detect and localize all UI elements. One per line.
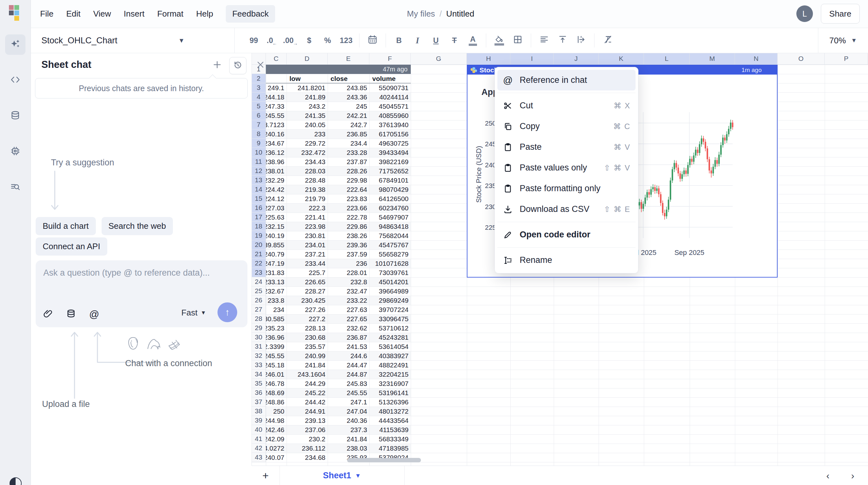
cell-r24c1[interactable]: 226.65 <box>286 277 328 286</box>
cell-r40c3[interactable]: 41153639 <box>369 425 411 434</box>
row-number-13[interactable]: 13 <box>252 176 266 185</box>
menu-format[interactable]: Format <box>157 9 183 19</box>
row-number-9[interactable]: 9 <box>252 139 266 148</box>
cell-r6c3[interactable]: 40855960 <box>369 111 411 120</box>
cell-r25c2[interactable]: 232.47 <box>328 286 369 296</box>
cell-r11c2[interactable]: 237.87 <box>328 157 369 166</box>
row-number-21[interactable]: 21 <box>252 250 266 259</box>
scroll-sheets-right-button[interactable]: › <box>843 466 862 485</box>
cell-r42c3[interactable]: 47183985 <box>369 444 411 453</box>
row-number-2[interactable]: 2 <box>252 74 266 83</box>
row-number-22[interactable]: 22 <box>252 259 266 268</box>
cell-r23c1[interactable]: 225.7 <box>286 268 328 277</box>
row-number-11[interactable]: 11 <box>252 157 266 166</box>
column-header-P[interactable]: P <box>825 53 868 65</box>
row-number-33[interactable]: 33 <box>252 361 266 370</box>
row-number-32[interactable]: 32 <box>252 351 266 361</box>
share-button[interactable]: Share <box>821 4 860 24</box>
date-format-button[interactable] <box>363 31 382 50</box>
cell-r41c1[interactable]: 230.2 <box>286 434 328 444</box>
cell-r31c1[interactable]: 235.57 <box>286 342 328 351</box>
cell-r34c3[interactable]: 32204215 <box>369 370 411 379</box>
theme-toggle-icon[interactable] <box>9 477 22 485</box>
cell-r9c2[interactable]: 234.4 <box>328 139 369 148</box>
cell-r18c1[interactable]: 223.98 <box>286 222 328 231</box>
cell-r35c2[interactable]: 245.83 <box>328 379 369 388</box>
cell-r8c3[interactable]: 61705156 <box>369 130 411 139</box>
table-column-header-low[interactable]: low <box>286 74 328 83</box>
text-color-button[interactable]: A <box>464 31 482 50</box>
row-number-7[interactable]: 7 <box>252 120 266 130</box>
cell-r15c3[interactable]: 64126500 <box>369 194 411 203</box>
cell-r30c2[interactable]: 236.87 <box>328 333 369 342</box>
cell-r22c3[interactable]: 101071628 <box>369 259 411 268</box>
cell-r22c1[interactable]: 233.44 <box>286 259 328 268</box>
connection-icon[interactable] <box>66 309 76 320</box>
cell-r36c3[interactable]: 53196141 <box>369 388 411 397</box>
file-title[interactable]: Untitled <box>446 9 474 19</box>
cell-r16c3[interactable]: 60234760 <box>369 203 411 212</box>
cell-r19c1[interactable]: 230.81 <box>286 231 328 240</box>
cell-r40c2[interactable]: 237.3 <box>328 425 369 434</box>
row-number-26[interactable]: 26 <box>252 296 266 305</box>
number-format-button[interactable]: 123 <box>337 31 355 50</box>
context-menu-item-paste-values-only[interactable]: Paste values only⇧ ⌘ V <box>497 158 636 178</box>
cell-r16c2[interactable]: 223.66 <box>328 203 369 212</box>
chip-build-a-chart[interactable]: Build a chart <box>36 217 96 235</box>
cell-r32c1[interactable]: 240.99 <box>286 351 328 361</box>
format-automatic-button[interactable]: 99 <box>245 31 263 50</box>
cell-r27c3[interactable]: 39707224 <box>369 305 411 314</box>
cell-r42c1[interactable]: 236.112 <box>286 444 328 453</box>
cell-r13c3[interactable]: 67849101 <box>369 176 411 185</box>
breadcrumb-parent[interactable]: My files <box>407 9 435 19</box>
row-number-15[interactable]: 15 <box>252 194 266 203</box>
cell-r15c2[interactable]: 223.83 <box>328 194 369 203</box>
cell-r28c3[interactable]: 33096475 <box>369 314 411 323</box>
sheet-tab-sheet1[interactable]: Sheet1 ▼ <box>280 466 405 485</box>
decrease-decimals-button[interactable]: .0← <box>263 31 281 50</box>
cell-r40c1[interactable]: 237.06 <box>286 425 328 434</box>
cell-r34c2[interactable]: 244.87 <box>328 370 369 379</box>
cell-r24c3[interactable]: 45014201 <box>369 277 411 286</box>
add-sheet-button[interactable]: + <box>252 466 280 485</box>
cell-r22c2[interactable]: 236 <box>328 259 369 268</box>
cell-r12c1[interactable]: 228.03 <box>286 166 328 176</box>
column-header-M[interactable]: M <box>690 53 735 65</box>
new-chat-button[interactable] <box>209 57 225 74</box>
cell-r26c3[interactable]: 29869249 <box>369 296 411 305</box>
column-header-G[interactable]: G <box>411 53 467 65</box>
cell-r37c2[interactable]: 247.1 <box>328 397 369 407</box>
context-menu-item-paste-formatting-only[interactable]: Paste formatting only <box>497 178 636 199</box>
row-number-38[interactable]: 38 <box>252 407 266 416</box>
cell-r35c3[interactable]: 32316907 <box>369 379 411 388</box>
cell-r36c2[interactable]: 245.55 <box>328 388 369 397</box>
chat-history-button[interactable] <box>229 57 246 74</box>
cell-r34c1[interactable]: 243.1604 <box>286 370 328 379</box>
cell-r21c1[interactable]: 237.21 <box>286 250 328 259</box>
cell-r4c2[interactable]: 243.36 <box>328 92 369 102</box>
cell-r6c1[interactable]: 241.35 <box>286 111 328 120</box>
cell-r12c2[interactable]: 228.26 <box>328 166 369 176</box>
increase-decimals-button[interactable]: .00→ <box>281 31 300 50</box>
cell-r5c2[interactable]: 245 <box>328 102 369 111</box>
row-number-3[interactable]: 3 <box>252 83 266 92</box>
attach-file-icon[interactable] <box>43 309 53 320</box>
sidebar-data-button[interactable] <box>5 106 26 126</box>
cell-r10c2[interactable]: 233.28 <box>328 148 369 157</box>
context-menu-item-paste[interactable]: Paste⌘ V <box>497 137 636 158</box>
scroll-sheets-left-button[interactable]: ‹ <box>818 466 837 485</box>
cell-r10c1[interactable]: 232.472 <box>286 148 328 157</box>
column-header-L[interactable]: L <box>644 53 690 65</box>
cell-r30c3[interactable]: 45243281 <box>369 333 411 342</box>
cell-r10c3[interactable]: 39433494 <box>369 148 411 157</box>
cell-r3c1[interactable]: 241.8201 <box>286 83 328 92</box>
cell-r26c2[interactable]: 233.22 <box>328 296 369 305</box>
cell-r17c1[interactable]: 221.41 <box>286 212 328 222</box>
cell-r8c1[interactable]: 233 <box>286 130 328 139</box>
row-number-16[interactable]: 16 <box>252 203 266 212</box>
cell-r15c1[interactable]: 219.79 <box>286 194 328 203</box>
cell-r13c1[interactable]: 228.48 <box>286 176 328 185</box>
cell-r29c3[interactable]: 53710612 <box>369 323 411 333</box>
sidebar-ai-chat-button[interactable] <box>5 34 26 55</box>
row-number-20[interactable]: 20 <box>252 240 266 250</box>
